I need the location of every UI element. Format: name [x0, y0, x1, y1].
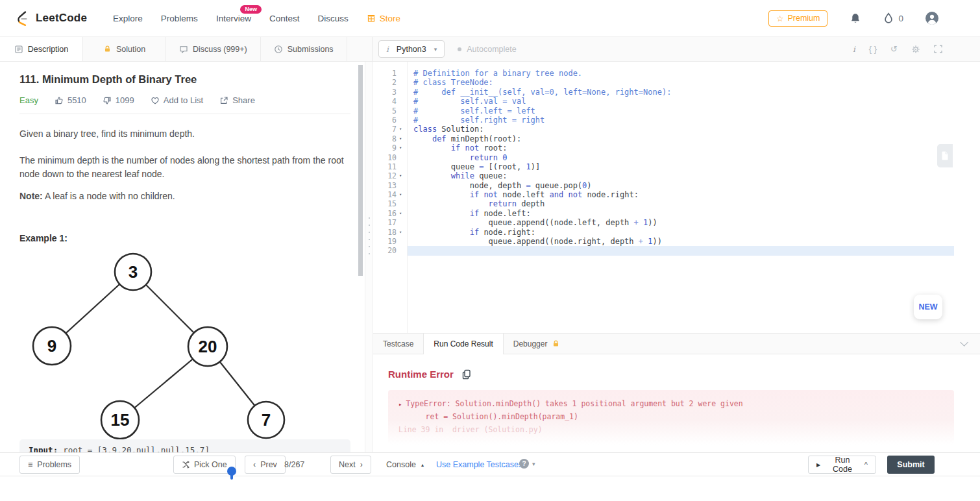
- svg-text:3: 3: [129, 262, 138, 282]
- error-marker-icon[interactable]: ▸: [398, 401, 402, 408]
- code-line-1[interactable]: 1# Definition for a binary tree node.: [373, 69, 954, 78]
- problems-label: Problems: [37, 460, 71, 469]
- page-icon: [941, 151, 949, 160]
- run-code-label: Run Code: [825, 456, 860, 474]
- console-toggle[interactable]: Console ▴: [386, 460, 424, 469]
- console-tab-run-code-result[interactable]: Run Code Result: [423, 334, 503, 354]
- thumbs-down-icon: [103, 96, 112, 105]
- like-button[interactable]: 5510: [55, 95, 86, 105]
- pick-one-button[interactable]: Pick One: [173, 456, 236, 474]
- code-line-2[interactable]: 2# class TreeNode:: [373, 78, 954, 87]
- problems-list-button[interactable]: ≡ Problems: [19, 456, 80, 474]
- tab-solution[interactable]: Solution: [83, 37, 166, 61]
- code-line-13[interactable]: 13 node, depth = queue.pop(0): [373, 181, 954, 190]
- settings-gear-icon[interactable]: [911, 45, 920, 54]
- daily-streak[interactable]: 0: [883, 12, 903, 25]
- use-example-testcases-link[interactable]: Use Example Testcases: [436, 460, 522, 469]
- code-line-17[interactable]: 17 queue.append((node.left, depth + 1)): [373, 218, 954, 227]
- code-line-12[interactable]: 12▾ while queue:: [373, 171, 954, 180]
- triangle-up-icon: ▴: [421, 462, 424, 468]
- help-menu[interactable]: ? ▾: [519, 459, 535, 469]
- autocomplete-toggle[interactable]: Autocomplete: [458, 45, 516, 54]
- code-text: if node.right:: [404, 228, 535, 237]
- submit-button[interactable]: Submit: [887, 456, 935, 474]
- dislike-button[interactable]: 1099: [103, 95, 134, 105]
- console-tabbar: TestcaseRun Code ResultDebugger: [373, 333, 980, 354]
- code-line-14[interactable]: 14▾ if not node.left and not node.right:: [373, 190, 954, 199]
- fold-arrow-icon[interactable]: ▾: [397, 209, 404, 218]
- code-line-11[interactable]: 11 queue = [(root, 1)]: [373, 162, 954, 171]
- thumbs-up-icon: [55, 96, 64, 105]
- format-braces-icon[interactable]: { }: [869, 44, 877, 54]
- code-line-15[interactable]: 15 return depth: [373, 199, 954, 208]
- collapse-console-chevron-icon[interactable]: [960, 338, 968, 347]
- code-line-19[interactable]: 19 queue.append((node.right, depth + 1)): [373, 237, 954, 246]
- editor-toolbar: i Python3 ▾ Autocomplete i { } ↺: [373, 37, 980, 61]
- code-line-8[interactable]: 8▾ def minDepth(root):: [373, 134, 954, 143]
- info-icon[interactable]: i: [853, 45, 855, 54]
- svg-text:9: 9: [47, 336, 56, 356]
- nav-item-explore[interactable]: Explore: [113, 14, 143, 23]
- tab-submissions[interactable]: Submissions: [261, 37, 347, 61]
- console-tab-label: Testcase: [383, 339, 413, 348]
- nav-item-label: Explore: [113, 14, 143, 23]
- code-line-4[interactable]: 4# self.val = val: [373, 97, 954, 106]
- drag-dots-icon: [369, 217, 370, 254]
- code-line-16[interactable]: 16▾ if node.left:: [373, 209, 954, 218]
- language-select[interactable]: i Python3 ▾: [378, 40, 445, 58]
- streak-flame-icon: [883, 12, 894, 25]
- leetcode-logo[interactable]: LeetCode: [16, 10, 87, 27]
- fold-gutter: [397, 78, 404, 87]
- nav-item-label: Discuss: [317, 14, 348, 23]
- prev-problem-button[interactable]: ‹ Prev: [245, 456, 286, 474]
- line-number: 10: [373, 153, 397, 162]
- code-line-20[interactable]: 20: [373, 246, 954, 255]
- code-text: # self.left = left: [404, 106, 535, 116]
- nav-item-discuss[interactable]: Discuss: [317, 14, 348, 23]
- clock-icon: [274, 45, 283, 54]
- share-icon: [219, 96, 228, 105]
- code-line-18[interactable]: 18▾ if node.right:: [373, 228, 954, 237]
- fold-arrow-icon[interactable]: ▾: [397, 134, 404, 143]
- reset-code-icon[interactable]: ↺: [890, 44, 898, 54]
- code-line-5[interactable]: 5# self.left = left: [373, 106, 954, 116]
- console-tab-debugger[interactable]: Debugger: [504, 334, 570, 354]
- premium-button[interactable]: ☆ Premium: [768, 10, 827, 27]
- user-avatar[interactable]: [925, 12, 938, 25]
- left-panel-scrollbar[interactable]: [358, 65, 363, 276]
- nav-item-contest[interactable]: Contest: [269, 14, 300, 23]
- editor-side-flap[interactable]: [937, 144, 953, 167]
- console-tab-testcase[interactable]: Testcase: [373, 334, 423, 354]
- line-number: 13: [373, 181, 397, 190]
- tab-description[interactable]: Description: [0, 37, 83, 61]
- nav-item-store[interactable]: Store: [367, 14, 400, 23]
- code-line-6[interactable]: 6# self.right = right: [373, 116, 954, 125]
- nav-item-interview[interactable]: InterviewNew: [216, 14, 251, 23]
- code-line-3[interactable]: 3# def __init__(self, val=0, left=None, …: [373, 88, 954, 97]
- tab-discuss-999-[interactable]: Discuss (999+): [166, 37, 261, 61]
- next-problem-button[interactable]: Next ›: [330, 456, 371, 474]
- panel-resize-handle[interactable]: [365, 62, 373, 452]
- chat-bubble-icon: [179, 45, 188, 54]
- fold-arrow-icon[interactable]: ▾: [397, 143, 404, 153]
- fold-arrow-icon[interactable]: ▾: [397, 171, 404, 180]
- fold-arrow-icon[interactable]: ▾: [397, 125, 404, 134]
- nav-item-problems[interactable]: Problems: [161, 14, 198, 23]
- share-button[interactable]: Share: [219, 95, 255, 105]
- code-line-10[interactable]: 10 return 0: [373, 153, 954, 162]
- notifications-bell-icon[interactable]: [850, 12, 861, 25]
- code-line-7[interactable]: 7▾class Solution:: [373, 125, 954, 134]
- fullscreen-icon[interactable]: [934, 45, 942, 53]
- fold-arrow-icon[interactable]: ▾: [397, 190, 404, 199]
- copy-icon[interactable]: [462, 369, 471, 380]
- add-to-list-button[interactable]: Add to List: [151, 95, 203, 105]
- new-feature-button[interactable]: NEW: [914, 295, 942, 319]
- code-editor[interactable]: 1# Definition for a binary tree node.2# …: [373, 62, 954, 333]
- code-line-9[interactable]: 9▾ if not root:: [373, 143, 954, 153]
- prev-label: Prev: [260, 460, 277, 469]
- run-code-button[interactable]: ▶ Run Code ^: [808, 456, 876, 474]
- code-text: # self.val = val: [404, 97, 526, 106]
- fold-gutter: [397, 153, 404, 162]
- fold-arrow-icon[interactable]: ▾: [397, 228, 404, 237]
- line-number: 12: [373, 171, 397, 180]
